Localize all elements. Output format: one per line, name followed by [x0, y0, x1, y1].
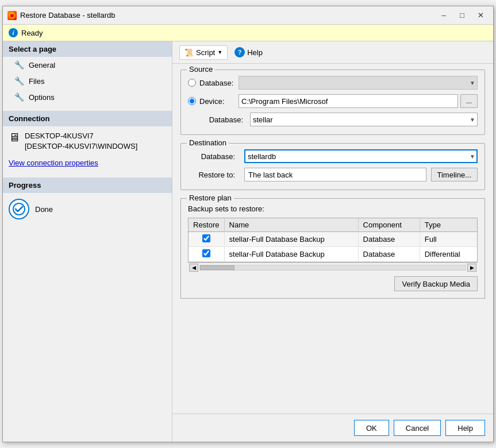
source-db-row: Database: stellar ▼ — [188, 113, 478, 126]
sidebar-item-files[interactable]: 🔧 Files — [3, 73, 172, 89]
pc-icon: 🖥 — [9, 131, 20, 144]
cancel-button[interactable]: Cancel — [394, 420, 441, 436]
toolbar: 📜 Script ▼ ? Help — [172, 41, 493, 64]
scroll-thumb — [200, 265, 234, 270]
col-restore: Restore — [189, 218, 224, 232]
sidebar-item-label-general: General — [29, 61, 55, 69]
wrench-icon-files: 🔧 — [14, 76, 24, 86]
col-component: Component — [358, 218, 420, 232]
timeline-button[interactable]: Timeline... — [431, 168, 478, 181]
footer: OK Cancel Help — [172, 414, 493, 442]
wrench-icon-options: 🔧 — [14, 92, 24, 102]
sidebar-item-options[interactable]: 🔧 Options — [3, 89, 172, 105]
database-select[interactable] — [239, 76, 478, 90]
status-bar: i Ready — [3, 25, 493, 41]
device-radio-label[interactable]: Device: — [188, 97, 234, 106]
connection-details: DESKTOP-4KUSVI7 [DESKTOP-4KUSVI7\WINDOWS… — [25, 131, 137, 152]
window-title: Restore Database - stellardb — [20, 11, 436, 20]
select-page-header: Select a page — [3, 41, 172, 57]
maximize-button[interactable]: □ — [454, 9, 470, 22]
col-name: Name — [224, 218, 358, 232]
backup-sets-table: Restore Name Component Type stellar-Fu — [189, 218, 477, 262]
script-label: Script — [196, 48, 215, 57]
script-button[interactable]: 📜 Script ▼ — [179, 45, 228, 60]
device-input-row: ... — [239, 94, 478, 108]
script-dropdown-arrow: ▼ — [217, 49, 222, 55]
progress-content: Done — [3, 193, 172, 225]
dest-db-row: Database: stellardb ▼ — [188, 149, 478, 163]
restore-checkbox-cell[interactable] — [189, 247, 224, 262]
help-icon: ? — [234, 47, 245, 57]
component-cell-0: Database — [358, 232, 420, 247]
progress-status: Done — [35, 205, 53, 214]
title-bar: Restore Database - stellardb – □ ✕ — [3, 6, 493, 25]
device-radio[interactable] — [188, 97, 196, 105]
device-path-input[interactable] — [239, 94, 458, 108]
database-radio[interactable] — [188, 79, 196, 87]
destination-legend: Destination — [187, 138, 229, 147]
source-db-select-wrapper: stellar ▼ — [250, 113, 478, 126]
close-button[interactable]: ✕ — [472, 9, 489, 22]
table-row: stellar-Full Database Backup Database Di… — [189, 247, 477, 262]
source-section: Source Database: ▼ — [180, 69, 485, 135]
connection-header: Connection — [3, 111, 172, 126]
restore-plan-legend: Restore plan — [187, 194, 234, 202]
view-connection-link[interactable]: View connection properties — [3, 156, 172, 172]
col-type: Type — [420, 218, 477, 232]
sidebar-item-general[interactable]: 🔧 General — [3, 57, 172, 73]
database-radio-label[interactable]: Database: — [188, 79, 234, 87]
help-footer-button[interactable]: Help — [445, 420, 485, 436]
main-window: Restore Database - stellardb – □ ✕ i Rea… — [2, 6, 494, 442]
device-radio-row: Device: ... — [188, 94, 478, 108]
dest-db-select[interactable]: stellardb — [244, 149, 478, 163]
sidebar-item-label-files: Files — [29, 77, 44, 86]
table-header-row: Restore Name Component Type — [189, 218, 477, 232]
minimize-button[interactable]: – — [436, 9, 452, 22]
connection-name: DESKTOP-4KUSVI7 — [25, 131, 137, 141]
horizontal-scrollbar: ◀ ▶ — [188, 262, 478, 272]
window-controls: – □ ✕ — [436, 9, 489, 22]
restore-to-label: Restore to: — [188, 171, 240, 179]
ok-button[interactable]: OK — [354, 420, 389, 436]
main-content: Select a page 🔧 General 🔧 Files 🔧 Option… — [3, 41, 493, 442]
connection-info: 🖥 DESKTOP-4KUSVI7 [DESKTOP-4KUSVI7\WINDO… — [3, 126, 172, 156]
panel-body: Source Database: ▼ — [172, 64, 493, 414]
backup-rows-body: stellar-Full Database Backup Database Fu… — [189, 232, 477, 262]
source-db-select[interactable]: stellar — [250, 113, 478, 126]
status-text: Ready — [21, 29, 43, 37]
verify-btn-row: Verify Backup Media — [188, 276, 478, 291]
type-cell-0: Full — [420, 232, 477, 247]
svg-point-1 — [10, 14, 14, 17]
destination-section: Destination Database: stellardb ▼ — [180, 143, 485, 190]
scroll-track[interactable] — [199, 265, 466, 271]
help-button[interactable]: ? Help — [230, 45, 267, 60]
backup-sets-label: Backup sets to restore: — [188, 204, 478, 213]
component-cell-1: Database — [358, 247, 420, 262]
right-panel: 📜 Script ▼ ? Help Source — [172, 41, 493, 442]
source-db-label: Database: — [199, 115, 245, 124]
done-checkmark-icon — [9, 199, 29, 219]
sidebar: Select a page 🔧 General 🔧 Files 🔧 Option… — [3, 41, 172, 442]
dest-db-label: Database: — [188, 152, 240, 161]
type-cell-1: Differential — [420, 247, 477, 262]
info-icon: i — [9, 28, 18, 37]
scroll-left-button[interactable]: ◀ — [189, 264, 198, 272]
sidebar-item-label-options: Options — [29, 93, 55, 102]
app-icon — [7, 11, 17, 20]
restore-checkbox-1[interactable] — [202, 249, 210, 257]
database-radio-text: Database: — [199, 79, 233, 87]
scroll-icon: 📜 — [184, 48, 194, 57]
name-cell-0: stellar-Full Database Backup — [224, 232, 358, 247]
help-label: Help — [247, 48, 263, 57]
restore-to-row: Restore to: The last back Timeline... — [188, 168, 478, 181]
restore-checkbox-cell[interactable] — [189, 232, 224, 247]
dest-db-select-wrapper: stellardb ▼ — [244, 149, 478, 163]
verify-backup-button[interactable]: Verify Backup Media — [394, 276, 478, 291]
connection-user: [DESKTOP-4KUSVI7\WINDOWS] — [25, 141, 137, 152]
database-select-wrapper: ▼ — [239, 76, 478, 90]
scroll-right-button[interactable]: ▶ — [467, 264, 476, 272]
wrench-icon-general: 🔧 — [14, 60, 24, 69]
browse-button[interactable]: ... — [460, 94, 478, 108]
name-cell-1: stellar-Full Database Backup — [224, 247, 358, 262]
restore-checkbox-0[interactable] — [202, 234, 210, 242]
